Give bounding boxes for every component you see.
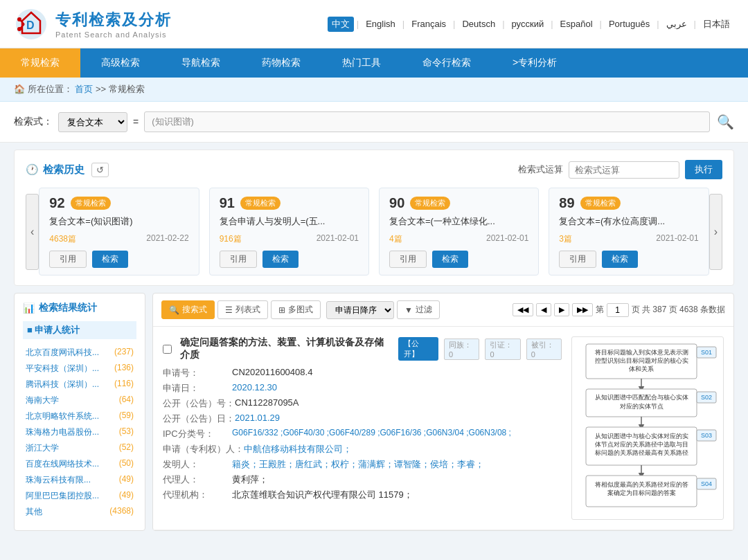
history-header: 🕐 检索历史 ↺ 检索式运算 执行 [26,160,722,179]
multi-mode-icon: ⊞ [278,305,285,315]
calc-input[interactable] [569,161,679,179]
sort-select[interactable]: 申请日降序 申请日升序 公开日降序 公开日升序 [326,301,394,319]
filter-icon: ▼ [404,305,413,315]
breadcrumb-home[interactable]: 首页 [75,84,93,94]
svg-text:D: D [26,19,35,31]
lang-ar[interactable]: عربي [662,17,691,30]
nav-advanced-search[interactable]: 高级检索 [80,48,161,78]
sidebar-item-2[interactable]: 腾讯科技（深圳）... (116) [23,377,136,392]
lang-zh[interactable]: 中文 [328,17,354,32]
svg-point-5 [17,17,21,21]
view-list-mode-button[interactable]: ☰ 列表式 [217,300,268,319]
sidebar-item-3[interactable]: 海南大学 (64) [23,392,136,408]
svg-text:从知识图谱中匹配配合与核心实体: 从知识图谱中匹配配合与核心实体 [595,394,688,401]
card-2-count: 4篇 [389,233,402,245]
patent-flowchart: 将目标问题输入到实体意见表示测 控型识别出目标问题对应的核心实 体和关系 S01… [572,337,724,517]
svg-text:S01: S01 [701,349,712,356]
history-title: 🕐 检索历史 [26,163,84,177]
sidebar-item-5[interactable]: 珠海格力电器股份... (53) [23,424,136,440]
lang-pt[interactable]: Português [605,17,654,30]
card-2-search-button[interactable]: 检索 [432,251,468,268]
sidebar-item-0[interactable]: 北京百度网讯科技... (237) [23,345,136,361]
sidebar-item-other[interactable]: 其他 (4368) [23,504,136,520]
card-3-search-button[interactable]: 检索 [602,251,638,268]
sidebar-item-4[interactable]: 北京明略软件系统... (59) [23,408,136,424]
main-content: 📊 检索结果统计 ■ 申请人统计 北京百度网讯科技... (237) 平安科技（… [14,293,734,531]
nav-hot-tools[interactable]: 热门工具 [321,48,402,78]
patent-field-pub-num: 公开（公告）号： CN112287095A [163,397,562,410]
history-cards-wrap: ‹ 92 常规检索 复合文本=(知识图谱) 4638篇 2021-02-22 引… [26,188,722,276]
sidebar-item-6[interactable]: 浙江大学 (52) [23,440,136,456]
search-mode-icon: 🔍 [169,305,179,315]
card-0-cite-button[interactable]: 引用 [49,251,87,268]
lang-en[interactable]: English [362,17,400,30]
patent-field-assignee: 申请（专利权）人： 中航信移动科技有限公司； [163,443,562,455]
sidebar-item-1[interactable]: 平安科技（深圳）... (136) [23,361,136,377]
patent-info: 确定问题答案的方法、装置、计算机设备及存储介质 【公开】 同族：0 引证：0 被… [163,336,562,520]
nav-regular-search[interactable]: 常规检索 [0,48,80,78]
svg-text:从知识图谱中与核心实体对应的实: 从知识图谱中与核心实体对应的实 [595,433,688,440]
svg-text:标问题的关系路径最高有关系路径: 标问题的关系路径最高有关系路径 [594,449,688,456]
breadcrumb-current: 常规检索 [109,84,145,94]
card-1-search-button[interactable]: 检索 [262,251,299,268]
card-3-count: 3篇 [559,233,572,245]
sidebar-item-7[interactable]: 百度在线网络技术... (50) [23,456,136,472]
card-3-desc: 复合文本=(有水位高度调... [559,215,698,228]
card-2-cite-button[interactable]: 引用 [389,251,427,268]
card-2-desc: 复合文本=(一种立体绿化... [389,215,528,228]
sidebar-stats-icon: 📊 [23,302,35,314]
nav-patent-analysis[interactable]: >专利分析 [492,48,578,78]
lang-ja[interactable]: 日本語 [699,17,734,32]
lang-de[interactable]: Deutsch [458,17,499,30]
lang-ru[interactable]: русский [508,17,549,30]
history-card-1: 91 常规检索 复合申请人与发明人=(五... 916篇 2021-02-01 … [209,188,369,276]
breadcrumb-sep1: >> [96,84,109,94]
svg-text:体和关系: 体和关系 [629,365,654,372]
page-first-button[interactable]: ◀◀ [513,303,533,316]
card-0-count: 4638篇 [49,233,76,245]
results-toolbar: 🔍 搜索式 ☰ 列表式 ⊞ 多图式 申请日降序 申请日升序 公开日降序 公开日升… [153,293,733,327]
page-total: 页 共 387 页 4638 条数据 [632,304,725,316]
svg-text:控型识别出目标问题对应的核心实: 控型识别出目标问题对应的核心实 [595,357,688,364]
view-search-mode-button[interactable]: 🔍 搜索式 [161,300,215,319]
sidebar-section-title: ■ 申请人统计 [23,321,136,339]
search-query-display[interactable]: (知识图谱) [144,111,710,132]
page-last-button[interactable]: ▶▶ [572,303,593,316]
svg-text:案确定为目标问题的答案: 案确定为目标问题的答案 [607,489,676,496]
lang-fr[interactable]: Français [407,17,450,30]
sidebar-item-8[interactable]: 珠海云科技有限... (49) [23,472,136,488]
page-label: 第 [596,304,604,316]
svg-text:S04: S04 [701,480,712,487]
card-0-num: 92 [49,195,64,211]
search-submit-icon[interactable]: 🔍 [717,114,734,130]
history-next-button[interactable]: › [709,194,722,270]
patent-checkbox[interactable] [163,345,172,354]
sidebar-title: 📊 检索结果统计 [23,302,136,314]
card-1-date: 2021-02-01 [317,233,359,245]
view-multi-mode-button[interactable]: ⊞ 多图式 [271,300,321,319]
search-bar: 检索式： 复合文本 标题 摘要 = (知识图谱) 🔍 [0,102,748,143]
patent-title: 确定问题答案的方法、装置、计算机设备及存储介质 [180,336,393,361]
logo-subtitle: Patent Search and Analysis [55,30,172,39]
patent-tag-0: 同族：0 [444,338,479,360]
card-3-cite-button[interactable]: 引用 [559,251,596,268]
search-type-select[interactable]: 复合文本 标题 摘要 [58,112,127,132]
pagination: ◀◀ ◀ ▶ ▶▶ 第 页 共 387 页 4638 条数据 [513,303,725,317]
history-prev-button[interactable]: ‹ [26,194,39,270]
sidebar-item-9[interactable]: 阿里巴巴集团控股... (49) [23,488,136,504]
page-next-button[interactable]: ▶ [554,303,569,316]
page-input[interactable] [607,303,629,317]
nav-drug-search[interactable]: 药物检索 [241,48,321,78]
page-prev-button[interactable]: ◀ [536,303,551,316]
history-refresh-button[interactable]: ↺ [91,163,109,177]
exec-button[interactable]: 执行 [685,160,722,179]
patent-field-agent: 代理人： 黄利萍； [163,473,562,486]
nav-nav-search[interactable]: 导航检索 [161,48,241,78]
nav-cmd-search[interactable]: 命令行检索 [402,48,492,78]
card-3-badge: 常规检索 [580,197,621,210]
filter-button[interactable]: ▼ 过滤 [397,300,440,319]
card-0-search-button[interactable]: 检索 [92,251,128,268]
patent-field-inventors: 发明人： 籍炎；王殿胜；唐红武；权柠；蒲满辉；谭智隆；侯培；李睿； [163,458,562,471]
lang-es[interactable]: Español [556,17,597,30]
card-1-cite-button[interactable]: 引用 [220,251,257,268]
